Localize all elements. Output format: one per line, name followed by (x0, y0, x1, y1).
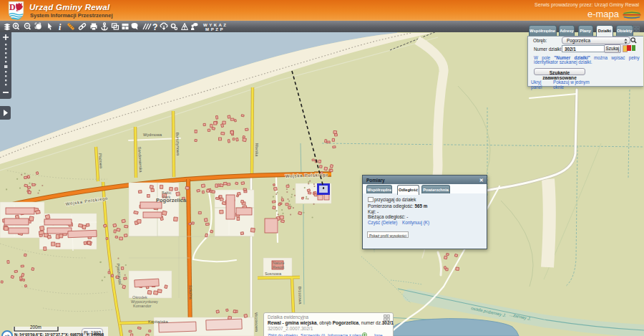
svg-text:Kapitańska: Kapitańska (148, 320, 169, 324)
svg-text:Szkolna: Szkolna (188, 285, 193, 300)
svg-text:Resort: Resort (273, 265, 285, 269)
svg-text:Pogorzelica: Pogorzelica (156, 197, 187, 203)
svg-text:Wczasowa: Wczasowa (254, 312, 259, 332)
svg-text:D: D (9, 2, 16, 12)
svg-text:W Y K A Z: W Y K A Z (203, 23, 227, 27)
svg-text:M P Z P: M P Z P (205, 27, 223, 32)
svg-text:200m: 200m (30, 325, 42, 330)
svg-text:?: ? (152, 22, 157, 32)
svg-text:Wydmowa: Wydmowa (143, 133, 162, 137)
svg-text:i: i (59, 22, 62, 32)
svg-text:Morska: Morska (255, 143, 259, 157)
svg-text:Park: Park (162, 195, 171, 199)
svg-text:Sosnowa: Sosnowa (265, 272, 282, 276)
svg-text:Komandor: Komandor (133, 304, 152, 308)
svg-text:Bursztynowa: Bursztynowa (175, 133, 180, 156)
svg-text:Brzozowa: Brzozowa (298, 287, 303, 305)
